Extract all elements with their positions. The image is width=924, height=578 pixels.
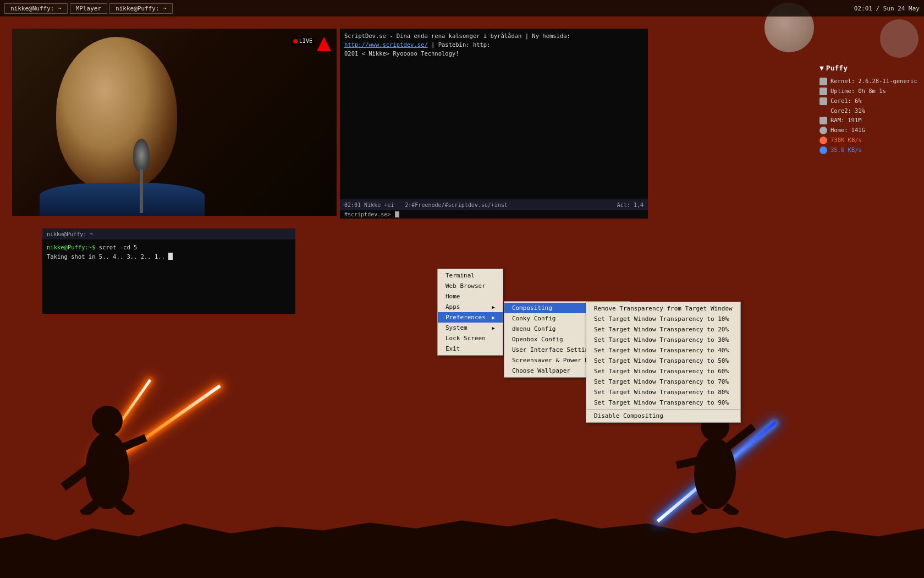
taskbar: nikke@Nuffy: ~ MPlayer nikke@Puffy: ~ 02…: [0, 0, 924, 17]
comp-item-50[interactable]: Set Target Window Transparency to 50%: [586, 356, 740, 366]
term1-input-row: #scriptdev.se>: [340, 210, 648, 219]
ctx-item-webbrowser[interactable]: Web Browser: [438, 281, 503, 291]
submenu-compositing: Remove Transparency from Target Window S…: [586, 302, 741, 423]
term2-cursor: [168, 253, 173, 260]
conky-arrow-icon: ▼: [820, 62, 824, 74]
conky-net-up-icon: [820, 137, 827, 144]
svg-line-11: [725, 506, 737, 515]
live-dot: [293, 39, 298, 43]
svg-line-4: [82, 504, 96, 515]
video-face: [56, 37, 177, 191]
terminal-scrot: nikke@Puffy: ~ nikke@Puffy:~$ scrot -cd …: [42, 228, 295, 314]
term2-output: Taking shot in 5.. 4.. 3.. 2.. 1..: [47, 252, 291, 261]
mplayer-window: LIVE: [12, 29, 337, 216]
taskbar-tab-nuffy[interactable]: nikke@Nuffy: ~: [4, 3, 68, 14]
submenu-preferences: Compositing ▶ Conky Config ▶ dmenu Confi…: [504, 301, 630, 378]
term1-line3: 0201 < Nikke> Ryooooo Technology!: [344, 50, 459, 57]
comp-item-disable[interactable]: Disable Compositing: [586, 411, 740, 421]
ctx-item-apps[interactable]: Apps ▶: [438, 302, 503, 312]
video-mic-stand: [140, 169, 143, 213]
term2-output-text: Taking shot in 5.. 4.. 3.. 2.. 1..: [47, 253, 165, 260]
comp-divider: [586, 409, 740, 410]
comp-item-30[interactable]: Set Target Window Transparency to 30%: [586, 335, 740, 345]
conky-title: ▼ Puffy: [820, 62, 919, 74]
conky-uptime-row: Uptime: 0h 8m 1s: [820, 86, 919, 96]
taskbar-clock: 02:01 / Sun 24 May: [854, 5, 920, 12]
svg-line-5: [118, 504, 132, 515]
video-shirt: [40, 183, 205, 216]
conky-net-down-row: 35.6 KB/s: [820, 145, 919, 155]
svg-point-1: [92, 406, 123, 437]
term2-body: nikke@Puffy:~$ scrot -cd 5 Taking shot i…: [42, 239, 295, 314]
conky-uptime-icon: [820, 88, 827, 95]
video-mic: [133, 139, 150, 172]
video-live-badge: LIVE: [291, 37, 315, 45]
term2-title: nikke@Puffy: ~: [47, 231, 93, 237]
conky-kernel-row: Kernel: 2.6.28-11-generic: [820, 77, 919, 86]
comp-item-60[interactable]: Set Target Window Transparency to 60%: [586, 366, 740, 377]
term1-footer-right: Act: 1,4: [617, 202, 644, 208]
conky-disk-icon: [820, 127, 827, 134]
conky-home-row: Home: 141G: [820, 126, 919, 135]
term1-input-prompt: #scriptdev.se>: [344, 211, 391, 217]
comp-item-80[interactable]: Set Target Window Transparency to 80%: [586, 387, 740, 397]
conky-widget: ▼ Puffy Kernel: 2.6.28-11-generic Uptime…: [820, 19, 919, 155]
comp-item-90[interactable]: Set Target Window Transparency to 90%: [586, 397, 740, 408]
conky-net-down-icon: [820, 146, 827, 154]
conky-ram-icon: [820, 117, 827, 124]
term2-prompt: nikke@Puffy:~$: [47, 244, 96, 250]
ctx-item-terminal[interactable]: Terminal: [438, 270, 503, 281]
figure-left: [52, 361, 162, 515]
term2-command: scrot -cd 5: [99, 244, 138, 250]
conky-ram-row: RAM: 191M: [820, 116, 919, 126]
conky-cpu-icon: [820, 97, 827, 105]
mplayer-video: LIVE: [12, 29, 337, 216]
term1-footer: 02:01 Nikke +ei 2:#Freenode/#scriptdev.s…: [340, 199, 648, 210]
taskbar-tab-mplayer[interactable]: MPlayer: [70, 3, 107, 14]
term1-body: ScriptDev.se - Dina enda rena kalsonger …: [340, 29, 648, 199]
term1-line2: | Pastebin: http:: [431, 41, 490, 48]
conky-net-row: 730K KB/s: [820, 135, 919, 145]
taskbar-tab-puffy[interactable]: nikke@Puffy: ~: [109, 3, 173, 14]
ctx-item-exit[interactable]: Exit: [438, 343, 503, 354]
term2-titlebar: nikke@Puffy: ~: [42, 228, 295, 239]
conky-circle-decoration: [880, 19, 919, 58]
comp-item-10[interactable]: Set Target Window Transparency to 10%: [586, 314, 740, 324]
ctx-item-lockscreen[interactable]: Lock Screen: [438, 333, 503, 343]
comp-item-20[interactable]: Set Target Window Transparency to 20%: [586, 324, 740, 335]
system-arrow-icon: ▶: [492, 325, 495, 331]
term1-footer-mid: 2:#Freenode/#scriptdev.se/+inst: [405, 202, 508, 208]
comp-item-40[interactable]: Set Target Window Transparency to 40%: [586, 345, 740, 356]
term1-link[interactable]: http://www.scriptdev.se/: [344, 41, 428, 48]
ctx-item-system[interactable]: System ▶: [438, 323, 503, 333]
term1-footer-left: 02:01 Nikke +ei: [344, 202, 394, 208]
ctx-item-preferences[interactable]: Preferences ▶: [438, 312, 503, 323]
context-menu-root-menu: Terminal Web Browser Home Apps ▶ Prefere…: [437, 269, 503, 356]
term1-cursor: [395, 211, 399, 217]
term2-command-line: nikke@Puffy:~$ scrot -cd 5: [47, 243, 291, 252]
terminal-scriptdev: ScriptDev.se - Dina enda rena kalsonger …: [340, 29, 648, 219]
comp-item-70[interactable]: Set Target Window Transparency to 70%: [586, 377, 740, 387]
preferences-arrow-icon: ▶: [492, 315, 495, 320]
context-menu-root: Terminal Web Browser Home Apps ▶ Prefere…: [437, 269, 503, 356]
comp-item-remove[interactable]: Remove Transparency from Target Window: [586, 303, 740, 314]
conky-core2-row: Core2: 31%: [820, 106, 919, 116]
ctx-item-home[interactable]: Home: [438, 291, 503, 302]
term1-line1: ScriptDev.se - Dina enda rena kalsonger …: [344, 32, 570, 39]
conky-core1-row: Core1: 6%: [820, 96, 919, 106]
apps-arrow-icon: ▶: [492, 304, 495, 310]
conky-kernel-icon: [820, 78, 827, 85]
svg-line-10: [693, 506, 705, 515]
